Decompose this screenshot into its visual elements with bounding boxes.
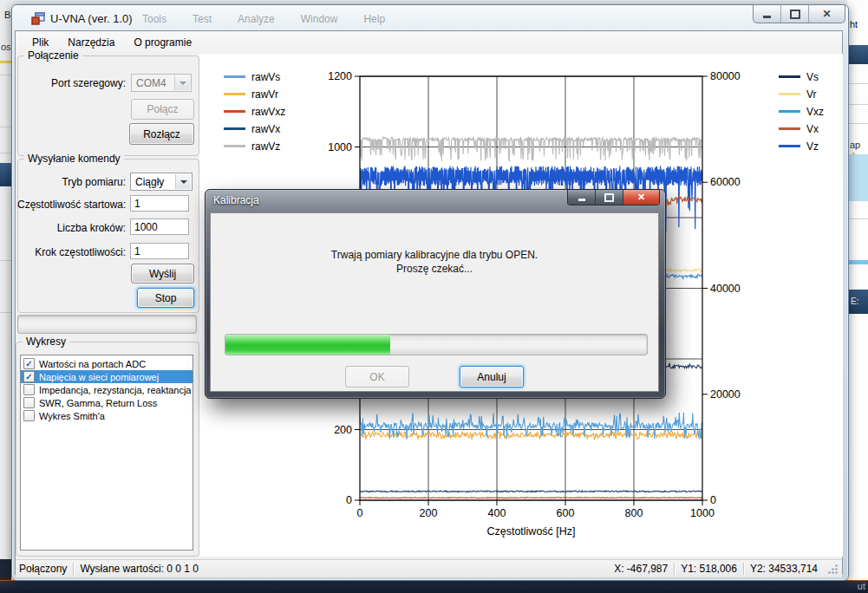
chart-legend-right: VsVrVxzVxVz: [779, 71, 824, 152]
svg-text:60000: 60000: [710, 176, 741, 188]
sent-values-status: Wysłane wartości: 0 0 1 0: [80, 563, 199, 575]
background-divider: [847, 104, 868, 105]
steps-input[interactable]: [130, 218, 189, 235]
legend-label: Vx: [806, 123, 819, 135]
legend-label: Vs: [806, 71, 819, 83]
disconnect-button[interactable]: Rozłącz: [129, 123, 194, 145]
close-icon: ✕: [822, 9, 831, 19]
start-freq-label: Częstotliwość startowa:: [17, 199, 126, 211]
dialog-minimize-button[interactable]: [568, 190, 596, 205]
measure-mode-combo[interactable]: Ciągły: [130, 173, 193, 191]
legend-color-line: [224, 75, 245, 78]
background-text-fragment: B: [4, 10, 10, 20]
mode-label: Tryb pomiaru:: [17, 176, 126, 188]
checklist-item-label: Wykres Smith'a: [39, 411, 105, 421]
checklist-item-label: Wartości na portach ADC: [39, 359, 146, 369]
background-menu-item: Tools: [142, 13, 166, 25]
cancel-button[interactable]: Anuluj: [460, 366, 524, 388]
maximize-icon: [604, 193, 614, 202]
svg-text:400: 400: [488, 507, 506, 519]
svg-text:200: 200: [420, 507, 438, 519]
dialog-window-controls: ✕: [567, 190, 660, 205]
statusbar-separator: [674, 563, 675, 575]
charts-checklist-item[interactable]: Impedancja, rezystancja, reaktancja: [21, 383, 193, 396]
legend-color-line: [224, 110, 245, 113]
charts-checklist-item[interactable]: Wykres Smith'a: [21, 409, 193, 422]
charts-checklist-item[interactable]: Napięcia w sieci pomiarowej: [21, 370, 193, 383]
maximize-button[interactable]: [781, 5, 809, 23]
minimize-icon: [578, 199, 585, 201]
legend-color-line: [224, 127, 245, 130]
legend-item-rawVr: rawVr: [224, 88, 285, 100]
svg-text:800: 800: [625, 507, 643, 519]
cancel-button-label: Anuluj: [477, 371, 506, 383]
ok-button[interactable]: OK: [345, 366, 409, 388]
send-button[interactable]: Wyślij: [131, 264, 194, 283]
legend-color-line: [779, 93, 800, 95]
background-highlight-line: [0, 61, 11, 63]
serial-port-label: Port szeregowy:: [35, 77, 126, 89]
svg-text:200: 200: [334, 424, 352, 436]
svg-text:600: 600: [557, 507, 575, 519]
close-button[interactable]: ✕: [809, 5, 845, 23]
legend-item-Vxz: Vxz: [779, 106, 824, 117]
menu-narzedzia[interactable]: Narzędzia: [58, 34, 124, 51]
legend-color-line: [779, 75, 800, 78]
checkbox-unchecked-icon[interactable]: [23, 397, 35, 408]
background-header-band: [0, 163, 11, 186]
app-icon: [31, 11, 45, 25]
legend-item-rawVz: rawVz: [224, 140, 285, 152]
window-title: U-VNA (ver. 1.0): [50, 12, 133, 25]
svg-text:0: 0: [346, 494, 352, 506]
start-freq-input[interactable]: [130, 195, 189, 212]
checkbox-checked-icon[interactable]: [23, 358, 35, 369]
legend-item-Vr: Vr: [779, 88, 824, 100]
legend-label: Vz: [806, 140, 819, 153]
charts-checklist[interactable]: Wartości na portach ADCNapięcia w sieci …: [20, 355, 193, 551]
background-selection-block: [847, 154, 868, 201]
window-controls: ✕: [753, 5, 845, 23]
chevron-down-icon: [174, 75, 190, 90]
legend-item-Vx: Vx: [779, 123, 824, 134]
svg-text:0: 0: [357, 507, 363, 519]
dialog-close-button[interactable]: ✕: [623, 190, 659, 205]
connect-button[interactable]: Połącz: [131, 99, 194, 120]
background-divider: [847, 123, 868, 124]
legend-color-line: [779, 145, 800, 147]
charts-checklist-item[interactable]: Wartości na portach ADC: [21, 357, 193, 370]
legend-item-rawVs: rawVs: [224, 71, 285, 82]
svg-text:80000: 80000: [710, 70, 741, 82]
stop-button[interactable]: Stop: [137, 288, 194, 308]
legend-item-Vs: Vs: [779, 71, 824, 82]
checkbox-checked-icon[interactable]: [23, 371, 35, 382]
connection-group-title: Połączenie: [24, 49, 82, 62]
calibration-dialog: Kalibracja ✕ Trwają pomiary kalibracyjne…: [205, 189, 666, 399]
legend-label: rawVz: [251, 140, 280, 153]
checkbox-unchecked-icon[interactable]: [23, 410, 35, 421]
cursor-y2-value: Y2: 34533,714: [750, 563, 818, 575]
freq-step-input[interactable]: [130, 243, 189, 259]
connect-button-label: Połącz: [147, 103, 178, 115]
background-divider: [0, 312, 11, 313]
ok-button-label: OK: [369, 371, 384, 383]
calibration-progressbar: [225, 334, 648, 355]
menu-o-programie[interactable]: O programie: [124, 34, 201, 51]
minimize-button[interactable]: [754, 5, 781, 23]
legend-color-line: [224, 145, 245, 147]
background-menu-item: Help: [363, 13, 385, 25]
close-icon: ✕: [637, 192, 645, 202]
checkbox-unchecked-icon[interactable]: [23, 384, 35, 395]
background-header-band: [847, 45, 868, 64]
checklist-item-label: SWR, Gamma, Return Loss: [39, 398, 157, 408]
resize-grip[interactable]: [827, 564, 839, 575]
legend-color-line: [779, 127, 800, 130]
command-group-title: Wysyłanie komendy: [24, 153, 124, 165]
dialog-maximize-button[interactable]: [596, 190, 623, 205]
svg-text:20000: 20000: [710, 388, 741, 401]
serial-port-value: COM4: [136, 77, 166, 89]
chart-legend-left: rawVsrawVrrawVxzrawVxrawVz: [224, 71, 285, 152]
menu-plik[interactable]: Plik: [23, 34, 58, 51]
serial-port-combo[interactable]: COM4: [131, 74, 192, 92]
charts-checklist-item[interactable]: SWR, Gamma, Return Loss: [21, 396, 193, 409]
cursor-x-value: X: -467,987: [614, 563, 668, 575]
